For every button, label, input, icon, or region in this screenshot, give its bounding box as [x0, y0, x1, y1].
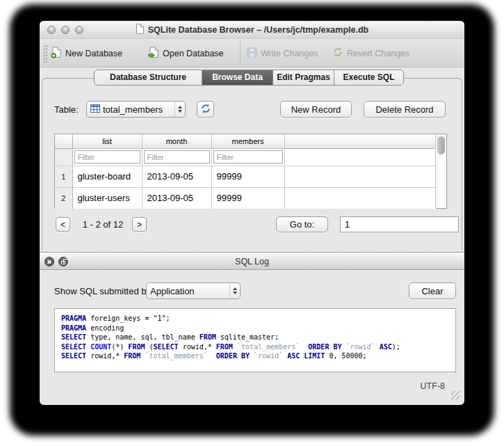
- new-database-button[interactable]: New Database: [51, 39, 122, 67]
- grid-column-header[interactable]: members: [211, 134, 284, 148]
- table-select-value: total_members: [103, 104, 172, 115]
- sql-source-select[interactable]: Application: [146, 282, 241, 299]
- row-number-cell: 1: [55, 166, 72, 187]
- chevron-up-down-icon: [229, 283, 240, 298]
- sql-log-line: PRAGMA encoding: [61, 324, 449, 333]
- write-changes-button[interactable]: Write Changes: [247, 39, 318, 67]
- sql-log-text[interactable]: PRAGMA foreign_keys = "1";PRAGMA encodin…: [54, 308, 456, 372]
- open-database-label: Open Database: [163, 49, 224, 58]
- sql-log-line: SELECT type, name, sql, tbl_name FROM sq…: [61, 333, 449, 342]
- grid-scrollbar[interactable]: [435, 134, 446, 208]
- window-title: SQLite Database Browser – /Users/jc/tmp/…: [148, 25, 368, 35]
- sql-source-value: Application: [147, 286, 229, 296]
- undock-panel-icon[interactable]: [58, 257, 68, 266]
- resize-grip-icon[interactable]: [451, 391, 460, 400]
- filter-input[interactable]: [74, 150, 140, 164]
- tab-execute-sql[interactable]: Execute SQL: [334, 70, 404, 86]
- grid-row-filler: [284, 187, 436, 209]
- grid-filter-corner: [55, 148, 72, 166]
- filter-input[interactable]: [144, 150, 210, 164]
- chevron-up-down-icon: [174, 102, 185, 117]
- title-bar[interactable]: SQLite Database Browser – /Users/jc/tmp/…: [40, 21, 464, 39]
- grid-row-filler: [284, 166, 436, 187]
- new-record-button[interactable]: New Record: [280, 101, 352, 118]
- sql-log-title: SQL Log: [40, 253, 464, 271]
- tab-edit-pragmas[interactable]: Edit Pragmas: [273, 70, 334, 86]
- toolbar: New Database Open Database: [40, 39, 464, 67]
- sql-log-line: SELECT rowid,* FROM `total_members` ORDE…: [61, 351, 449, 361]
- tab-browse-data[interactable]: Browse Data: [202, 70, 273, 86]
- grid-corner-cell: [55, 134, 72, 148]
- delete-record-button[interactable]: Delete Record: [364, 101, 446, 118]
- table-icon: [90, 104, 100, 115]
- table-row[interactable]: 1gluster-board2013-09-0599999: [55, 166, 436, 187]
- revert-changes-button[interactable]: Revert Changes: [332, 39, 409, 67]
- refresh-icon: [200, 103, 211, 116]
- filter-input[interactable]: [213, 150, 283, 164]
- grid-cell[interactable]: gluster-users: [72, 187, 142, 209]
- sql-filter-label: Show SQL submitted by: [54, 286, 151, 296]
- previous-page-button[interactable]: <: [56, 217, 70, 232]
- grid-header-row: listmonthmembers: [55, 134, 436, 148]
- grid-column-header[interactable]: list: [72, 134, 142, 148]
- app-window: SQLite Database Browser – /Users/jc/tmp/…: [40, 21, 464, 405]
- row-number-cell: 2: [55, 187, 72, 209]
- next-page-button[interactable]: >: [132, 217, 147, 232]
- grid-cell[interactable]: 99999: [211, 166, 284, 187]
- table-label: Table:: [54, 104, 79, 115]
- open-database-icon: [148, 47, 159, 61]
- grid-cell[interactable]: 2013-09-05: [142, 187, 211, 209]
- record-range-label: 1 - 2 of 12: [74, 219, 131, 230]
- table-row[interactable]: 2gluster-users2013-09-0599999: [55, 187, 436, 209]
- toolbar-separator: [240, 41, 241, 65]
- grid-body: 1gluster-board2013-09-05999992gluster-us…: [55, 166, 436, 209]
- document-icon: [136, 24, 144, 37]
- goto-record-input[interactable]: [340, 216, 459, 232]
- refresh-table-button[interactable]: [197, 101, 214, 118]
- new-database-icon: [51, 47, 62, 61]
- table-select[interactable]: total_members: [86, 101, 186, 118]
- sql-log-line: PRAGMA foreign_keys = "1";: [61, 314, 449, 324]
- encoding-status: UTF-8: [421, 381, 445, 391]
- screenshot-stage: SQLite Database Browser – /Users/jc/tmp/…: [0, 0, 504, 446]
- main-tabs: Database Structure Browse Data Edit Prag…: [94, 70, 404, 86]
- revert-changes-label: Revert Changes: [347, 49, 409, 58]
- grid-cell[interactable]: gluster-board: [72, 166, 142, 187]
- toolbar-drag-handle[interactable]: [43, 45, 48, 63]
- sql-log-filter-row: Show SQL submitted by Application Clear: [40, 282, 464, 300]
- grid-scrollbar-thumb[interactable]: [437, 136, 445, 154]
- sql-log-line: SELECT COUNT(*) FROM (SELECT rowid,* FRO…: [61, 342, 449, 352]
- revert-changes-icon: [332, 47, 343, 60]
- data-grid: listmonthmembers 1gluster-board2013-09-0…: [54, 134, 447, 209]
- write-changes-label: Write Changes: [261, 49, 318, 58]
- tab-database-structure[interactable]: Database Structure: [94, 70, 202, 86]
- grid-filter-row: [55, 148, 436, 166]
- open-database-button[interactable]: Open Database: [148, 39, 224, 67]
- grid-cell[interactable]: 2013-09-05: [142, 166, 211, 187]
- table-selector-row: Table: total_members: [40, 101, 464, 118]
- close-panel-icon[interactable]: [44, 257, 54, 266]
- clear-log-button[interactable]: Clear: [409, 282, 456, 299]
- grid-header-filler: [284, 134, 436, 148]
- write-changes-icon: [247, 47, 257, 60]
- grid-filter-filler: [284, 148, 436, 166]
- pagination-row: < 1 - 2 of 12 > Go to:: [40, 216, 464, 233]
- sql-log-header[interactable]: SQL Log: [40, 252, 464, 270]
- new-database-label: New Database: [65, 49, 122, 58]
- grid-cell[interactable]: 99999: [211, 187, 284, 209]
- goto-button[interactable]: Go to:: [276, 216, 328, 232]
- grid-column-header[interactable]: month: [142, 134, 211, 148]
